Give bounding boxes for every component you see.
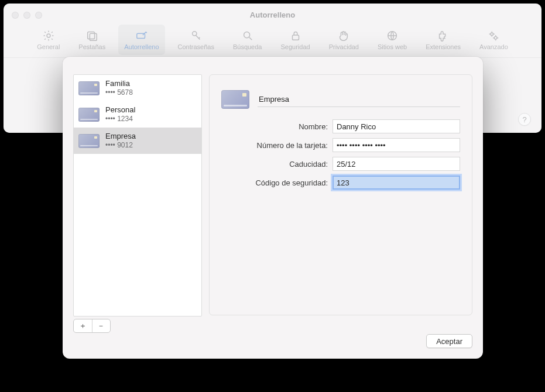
tab-general[interactable]: General	[31, 25, 66, 55]
preferences-toolbar: General Pestañas Autorrelleno Contraseña…	[4, 25, 541, 58]
svg-point-0	[47, 34, 50, 37]
card-row-text: Empresa •••• 9012	[105, 132, 136, 150]
security-code-field[interactable]	[333, 176, 460, 190]
number-label: Número de la tarjeta:	[221, 141, 333, 150]
help-button[interactable]: ?	[518, 113, 531, 126]
tab-autofill-label: Autorrelleno	[124, 43, 159, 50]
window-title: Autorrelleno	[4, 11, 541, 19]
card-name: Familia	[105, 79, 133, 88]
card-row[interactable]: Familia •••• 5678	[74, 75, 201, 101]
expiry-label: Caducidad:	[221, 160, 333, 169]
tab-search-label: Búsqueda	[233, 43, 262, 50]
card-description-field[interactable]	[258, 92, 460, 107]
svg-point-9	[495, 36, 498, 39]
card-name: Empresa	[105, 132, 136, 141]
tab-privacy[interactable]: Privacidad	[323, 25, 365, 55]
credit-card-icon	[221, 90, 249, 109]
card-row-text: Familia •••• 5678	[105, 79, 133, 97]
credit-card-icon	[78, 81, 100, 95]
svg-point-8	[491, 33, 493, 36]
card-last4: •••• 1234	[105, 115, 135, 123]
card-name: Personal	[105, 105, 135, 115]
svg-point-5	[244, 32, 249, 38]
search-icon	[241, 29, 254, 42]
tab-tabs-label: Pestañas	[78, 43, 105, 50]
gears-icon	[487, 29, 500, 42]
hand-icon	[337, 29, 350, 42]
tab-privacy-label: Privacidad	[329, 43, 359, 50]
tab-extensions-label: Extensiones	[426, 43, 461, 50]
tab-passwords-label: Contraseñas	[178, 43, 214, 50]
accept-button[interactable]: Aceptar	[426, 334, 472, 348]
gear-icon	[42, 29, 55, 42]
tabs-icon	[85, 29, 98, 42]
tab-security[interactable]: Seguridad	[275, 25, 316, 55]
cardholder-name-field[interactable]	[333, 119, 460, 133]
add-card-button[interactable]: ＋	[74, 319, 92, 332]
add-remove-control: ＋ －	[73, 319, 111, 333]
csc-label: Código de seguridad:	[221, 178, 333, 187]
tab-extensions[interactable]: Extensiones	[420, 25, 467, 55]
globe-icon	[386, 29, 399, 42]
tab-search[interactable]: Búsqueda	[227, 25, 268, 55]
tab-security-label: Seguridad	[280, 43, 310, 50]
svg-rect-6	[292, 35, 299, 40]
card-row-selected[interactable]: Empresa •••• 9012	[74, 128, 201, 154]
tab-websites[interactable]: Sitios web	[372, 25, 413, 55]
tab-passwords[interactable]: Contraseñas	[172, 25, 220, 55]
card-last4: •••• 5678	[105, 88, 133, 97]
card-row-text: Personal •••• 1234	[105, 105, 135, 123]
puzzle-icon	[437, 29, 450, 42]
credit-card-icon	[78, 108, 100, 122]
key-icon	[190, 29, 203, 42]
tab-autofill[interactable]: Autorrelleno	[118, 25, 164, 55]
expiry-field[interactable]	[333, 157, 460, 171]
detail-header	[221, 90, 460, 109]
credit-card-icon	[78, 134, 100, 148]
credit-cards-sheet: Familia •••• 5678 Personal •••• 1234 Emp…	[63, 57, 483, 359]
svg-rect-2	[90, 33, 97, 40]
tab-advanced[interactable]: Avanzado	[474, 25, 514, 55]
cards-list[interactable]: Familia •••• 5678 Personal •••• 1234 Emp…	[73, 74, 202, 317]
tab-general-label: General	[37, 43, 60, 50]
remove-card-button[interactable]: －	[92, 319, 111, 332]
card-detail-panel: Nombre: Número de la tarjeta: Caducidad:…	[209, 74, 472, 315]
name-label: Nombre:	[221, 122, 333, 131]
tab-advanced-label: Avanzado	[479, 43, 508, 50]
card-number-field[interactable]	[333, 138, 460, 152]
svg-rect-1	[88, 32, 95, 39]
card-row[interactable]: Personal •••• 1234	[74, 101, 201, 128]
autofill-icon	[135, 29, 148, 42]
tab-websites-label: Sitios web	[378, 43, 407, 50]
card-last4: •••• 9012	[105, 141, 136, 150]
tab-tabs[interactable]: Pestañas	[73, 25, 111, 55]
lock-icon	[289, 29, 302, 42]
